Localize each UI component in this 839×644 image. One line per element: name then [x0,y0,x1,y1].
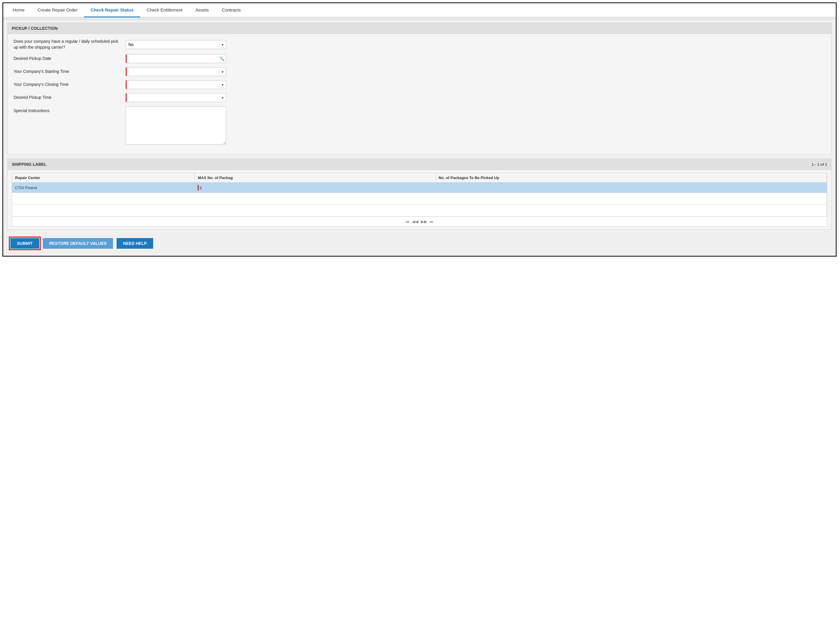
closing-time-label: Your Company's Closing Time [13,82,126,88]
closing-time-select-wrapper [126,80,226,89]
table-header-row: Repair Center MAX No. of Packag No. of P… [12,173,827,182]
col-packages-picked-up: No. of Packages To Be Picked Up [436,173,827,182]
nav-item-check-repair-status[interactable]: Check Repair Status [84,3,140,17]
table-empty-row [12,193,827,205]
help-button[interactable]: NEED HELP [117,238,153,249]
shipping-table-wrap: Repair Center MAX No. of Packag No. of P… [12,173,827,227]
pagination-bar: ⏮ ◀◀ ▶▶ ⏭ [12,217,827,226]
page-container: Home Create Repair Order Check Repair St… [2,2,837,257]
starting-time-select[interactable] [126,67,226,76]
desired-pickup-time-control [126,93,226,102]
daily-pickup-label: Does your company have a regular / daily… [13,39,126,50]
table-row: CTDI Poland [12,182,827,193]
pagination-next[interactable]: ▶▶ [421,219,427,224]
desired-pickup-time-select-wrapper [126,93,226,102]
pickup-section-header: PICKUP / COLLECTION [8,23,831,34]
nav-item-check-entitlement[interactable]: Check Entitlement [140,3,189,17]
divider-bar [3,17,836,20]
desired-pickup-time-row: Desired Pickup Time [13,93,826,102]
closing-time-row: Your Company's Closing Time [13,80,826,89]
closing-time-select[interactable] [126,80,226,89]
pagination-last[interactable]: ⏭ [430,219,434,224]
closing-time-control [126,80,226,89]
nav-item-create-repair-order[interactable]: Create Repair Order [31,3,84,17]
cell-packages-picked-up [436,182,827,193]
cell-max-packages [195,182,436,193]
calendar-icon[interactable]: 🔍 [219,56,224,61]
nav-bar: Home Create Repair Order Check Repair St… [3,3,836,17]
starting-time-select-wrapper [126,67,226,76]
starting-time-row: Your Company's Starting Time [13,67,826,76]
starting-time-control [126,67,226,76]
desired-pickup-date-input[interactable] [126,54,226,63]
daily-pickup-select[interactable]: No Yes [126,40,226,49]
shipping-section-header: SHIPPING LABEL 1 - 1 of 1 [8,159,831,170]
shipping-section-body: Repair Center MAX No. of Packag No. of P… [8,170,831,230]
desired-pickup-date-control: 🔍 [126,54,226,63]
col-max-packages: MAX No. of Packag [195,173,436,182]
pickup-section-title: PICKUP / COLLECTION [12,26,58,31]
nav-item-contracts[interactable]: Contracts [216,3,247,17]
shipping-pagination-info: 1 - 1 of 1 [811,162,827,167]
cell-repair-center: CTDI Poland [12,182,195,193]
starting-time-label: Your Company's Starting Time [13,69,126,75]
desired-pickup-date-row: Desired Pickup Date 🔍 [13,54,826,63]
max-packages-input[interactable] [198,185,216,191]
shipping-section: SHIPPING LABEL 1 - 1 of 1 Repair Center … [7,159,832,230]
desired-pickup-time-label: Desired Pickup Time [13,95,126,100]
daily-pickup-control: No Yes [126,40,226,49]
special-instructions-row: Special Instructions [13,106,826,145]
nav-item-home[interactable]: Home [6,3,31,17]
shipping-table: Repair Center MAX No. of Packag No. of P… [12,173,827,217]
table-empty-row-2 [12,205,827,217]
col-repair-center: Repair Center [12,173,195,182]
pagination-first[interactable]: ⏮ [405,219,410,224]
shipping-section-title: SHIPPING LABEL [12,162,46,167]
daily-pickup-select-wrapper: No Yes [126,40,226,49]
restore-button[interactable]: RESTORE DEFAULT VALUES [43,238,113,249]
desired-pickup-date-label: Desired Pickup Date [13,56,126,62]
button-row: SUBMIT RESTORE DEFAULT VALUES NEED HELP [7,234,832,253]
pagination-prev[interactable]: ◀◀ [412,219,418,224]
pickup-section: PICKUP / COLLECTION Does your company ha… [7,23,832,154]
special-instructions-textarea[interactable] [126,106,226,145]
special-instructions-control [126,106,226,145]
content-area: PICKUP / COLLECTION Does your company ha… [3,20,836,256]
submit-button[interactable]: SUBMIT [10,238,39,249]
desired-pickup-time-select[interactable] [126,93,226,102]
daily-pickup-row: Does your company have a regular / daily… [13,39,826,50]
nav-item-assets[interactable]: Assets [189,3,216,17]
desired-pickup-date-wrapper: 🔍 [126,54,226,63]
special-instructions-label: Special Instructions [13,106,126,114]
pickup-section-body: Does your company have a regular / daily… [8,34,831,154]
